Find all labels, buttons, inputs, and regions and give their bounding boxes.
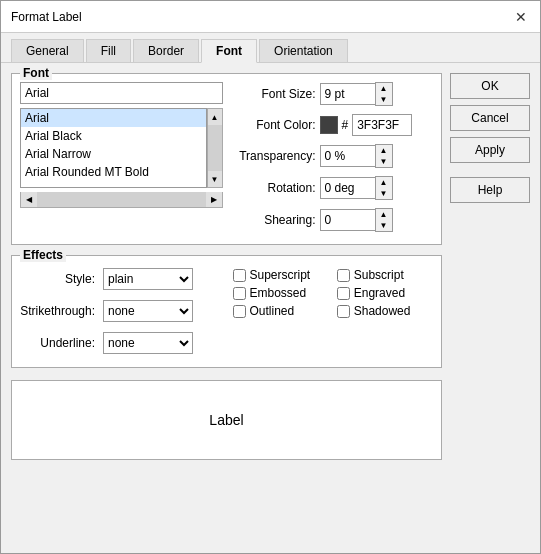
rotation-row: Rotation: ▲ ▼ xyxy=(231,176,434,200)
engraved-item: Engraved xyxy=(337,286,433,300)
ok-button[interactable]: OK xyxy=(450,73,530,99)
rotation-input[interactable] xyxy=(320,177,375,199)
preview-label: Label xyxy=(209,412,243,428)
font-size-spin: ▲ ▼ xyxy=(320,82,393,106)
hash-symbol: # xyxy=(342,118,349,132)
font-list-item[interactable]: Arial Black xyxy=(21,127,206,145)
shearing-down[interactable]: ▼ xyxy=(376,220,392,231)
font-color-input[interactable] xyxy=(352,114,412,136)
left-panel: Font Arial Arial Black Arial Narrow Aria… xyxy=(11,73,442,543)
scroll-track xyxy=(208,125,222,171)
format-label-dialog: Format Label ✕ General Fill Border Font … xyxy=(0,0,541,554)
superscript-label: Superscript xyxy=(250,268,311,282)
shearing-spinners: ▲ ▼ xyxy=(375,208,393,232)
font-list-item[interactable]: Arial Narrow xyxy=(21,145,206,163)
title-bar: Format Label ✕ xyxy=(1,1,540,33)
tab-fill[interactable]: Fill xyxy=(86,39,131,62)
dialog-body: Font Arial Arial Black Arial Narrow Aria… xyxy=(1,63,540,553)
style-select[interactable]: plain bold italic bold italic xyxy=(103,268,193,290)
font-group: Font Arial Arial Black Arial Narrow Aria… xyxy=(11,73,442,245)
font-size-down[interactable]: ▼ xyxy=(376,94,392,105)
font-list-item[interactable]: Arial Rounded MT Bold xyxy=(21,163,206,181)
engraved-label: Engraved xyxy=(354,286,405,300)
font-list-item[interactable]: Arial xyxy=(21,109,206,127)
font-size-input[interactable] xyxy=(320,83,375,105)
underline-row: Underline: none single double xyxy=(20,332,221,354)
embossed-label: Embossed xyxy=(250,286,307,300)
rotation-spinners: ▲ ▼ xyxy=(375,176,393,200)
font-size-up[interactable]: ▲ xyxy=(376,83,392,94)
underline-label: Underline: xyxy=(20,336,95,350)
scroll-up-button[interactable]: ▲ xyxy=(208,109,222,125)
dialog-title: Format Label xyxy=(11,10,82,24)
apply-button[interactable]: Apply xyxy=(450,137,530,163)
font-properties: Font Size: ▲ ▼ Font Color: xyxy=(231,82,434,236)
engraved-checkbox[interactable] xyxy=(337,287,350,300)
font-group-label: Font xyxy=(20,66,52,80)
rotation-label: Rotation: xyxy=(231,181,316,195)
shearing-row: Shearing: ▲ ▼ xyxy=(231,208,434,232)
strikethrough-row: Strikethrough: none single double xyxy=(20,300,221,322)
font-color-swatch[interactable] xyxy=(320,116,338,134)
embossed-item: Embossed xyxy=(233,286,329,300)
effects-checkboxes: Superscript Subscript Embossed Engr xyxy=(233,268,434,359)
action-buttons: OK Cancel Apply Help xyxy=(450,73,530,543)
font-list-area: Arial Arial Black Arial Narrow Arial Rou… xyxy=(20,82,223,236)
transparency-label: Transparency: xyxy=(231,149,316,163)
font-section: Arial Arial Black Arial Narrow Arial Rou… xyxy=(20,82,433,236)
effects-dropdowns: Style: plain bold italic bold italic Str… xyxy=(20,268,221,359)
rotation-spin: ▲ ▼ xyxy=(320,176,393,200)
superscript-checkbox[interactable] xyxy=(233,269,246,282)
underline-select[interactable]: none single double xyxy=(103,332,193,354)
shearing-label: Shearing: xyxy=(231,213,316,227)
scroll-right-button[interactable]: ▶ xyxy=(206,192,222,207)
shearing-spin: ▲ ▼ xyxy=(320,208,393,232)
superscript-item: Superscript xyxy=(233,268,329,282)
font-size-label: Font Size: xyxy=(231,87,316,101)
font-size-spinners: ▲ ▼ xyxy=(375,82,393,106)
shearing-input[interactable] xyxy=(320,209,375,231)
rotation-up[interactable]: ▲ xyxy=(376,177,392,188)
embossed-checkbox[interactable] xyxy=(233,287,246,300)
effects-group-label: Effects xyxy=(20,248,66,262)
preview-box: Label xyxy=(11,380,442,460)
font-size-row: Font Size: ▲ ▼ xyxy=(231,82,434,106)
close-button[interactable]: ✕ xyxy=(512,8,530,26)
shadowed-label: Shadowed xyxy=(354,304,411,318)
transparency-up[interactable]: ▲ xyxy=(376,145,392,156)
transparency-spin: ▲ ▼ xyxy=(320,144,393,168)
outlined-label: Outlined xyxy=(250,304,295,318)
transparency-spinners: ▲ ▼ xyxy=(375,144,393,168)
h-scroll-track xyxy=(37,192,206,207)
rotation-down[interactable]: ▼ xyxy=(376,188,392,199)
tab-general[interactable]: General xyxy=(11,39,84,62)
shadowed-checkbox[interactable] xyxy=(337,305,350,318)
scroll-left-button[interactable]: ◀ xyxy=(21,192,37,207)
font-list-row: Arial Arial Black Arial Narrow Arial Rou… xyxy=(20,108,223,188)
tab-border[interactable]: Border xyxy=(133,39,199,62)
tab-orientation[interactable]: Orientation xyxy=(259,39,348,62)
font-name-input[interactable] xyxy=(20,82,223,104)
help-button[interactable]: Help xyxy=(450,177,530,203)
font-list-scrollbar[interactable]: ▲ ▼ xyxy=(207,108,223,188)
font-color-label: Font Color: xyxy=(231,118,316,132)
scroll-down-button[interactable]: ▼ xyxy=(208,171,222,187)
subscript-item: Subscript xyxy=(337,268,433,282)
style-row: Style: plain bold italic bold italic xyxy=(20,268,221,290)
strikethrough-select[interactable]: none single double xyxy=(103,300,193,322)
subscript-checkbox[interactable] xyxy=(337,269,350,282)
tab-font[interactable]: Font xyxy=(201,39,257,63)
outlined-item: Outlined xyxy=(233,304,329,318)
effects-group: Effects Style: plain bold italic bold it… xyxy=(11,255,442,368)
outlined-checkbox[interactable] xyxy=(233,305,246,318)
cancel-button[interactable]: Cancel xyxy=(450,105,530,131)
strikethrough-label: Strikethrough: xyxy=(20,304,95,318)
font-list[interactable]: Arial Arial Black Arial Narrow Arial Rou… xyxy=(20,108,207,188)
transparency-input[interactable] xyxy=(320,145,375,167)
font-color-row: Font Color: # xyxy=(231,114,434,136)
shearing-up[interactable]: ▲ xyxy=(376,209,392,220)
subscript-label: Subscript xyxy=(354,268,404,282)
font-color-control: # xyxy=(320,114,413,136)
horizontal-scrollbar[interactable]: ◀ ▶ xyxy=(20,192,223,208)
transparency-down[interactable]: ▼ xyxy=(376,156,392,167)
